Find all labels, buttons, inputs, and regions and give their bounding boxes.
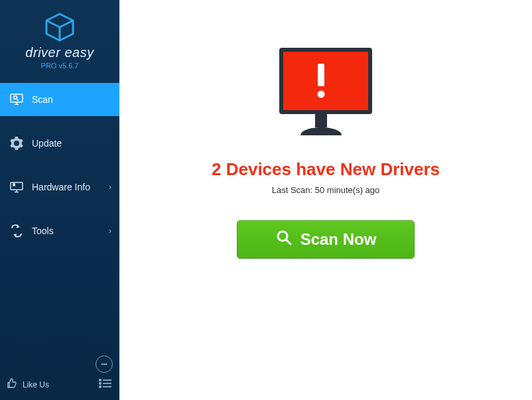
svg-line-31 — [287, 240, 291, 244]
sidebar-footer: Like Us — [0, 349, 119, 400]
svg-point-10 — [15, 141, 19, 145]
tools-icon — [9, 224, 24, 237]
app-logo-icon — [0, 12, 119, 45]
scan-now-label: Scan Now — [300, 230, 377, 249]
chevron-right-icon: › — [109, 182, 111, 192]
sidebar-item-label: Update — [32, 138, 62, 149]
sidebar-item-scan[interactable]: Scan — [0, 83, 119, 116]
svg-point-21 — [100, 383, 101, 385]
svg-point-30 — [278, 232, 287, 241]
svg-rect-29 — [315, 114, 327, 127]
svg-point-28 — [318, 91, 325, 98]
menu-list-button[interactable] — [98, 378, 113, 391]
last-scan-label: Last Scan: 50 minute(s) ago — [272, 185, 380, 195]
hardware-info-icon: 1 — [9, 181, 24, 193]
update-gear-icon — [9, 137, 24, 150]
sidebar-item-hardware-info[interactable]: 1 Hardware Info › — [0, 170, 119, 204]
svg-point-17 — [103, 364, 104, 364]
scan-now-button[interactable]: Scan Now — [237, 220, 415, 259]
sidebar-item-label: Hardware Info — [32, 182, 90, 192]
svg-point-18 — [105, 364, 106, 364]
like-us-button[interactable]: Like Us — [7, 378, 49, 391]
svg-point-19 — [100, 379, 101, 381]
svg-rect-11 — [11, 182, 23, 190]
sidebar-nav: Scan Update 1 Ha — [0, 83, 119, 247]
scan-monitor-icon — [9, 94, 24, 105]
chevron-right-icon: › — [109, 226, 111, 235]
svg-point-8 — [14, 96, 17, 100]
thumbs-up-icon — [7, 378, 17, 391]
sidebar-item-tools[interactable]: Tools › — [0, 214, 119, 247]
app-branding: driver easy PRO v5.6.7 — [0, 0, 119, 75]
sidebar: driver easy PRO v5.6.7 Scan — [0, 0, 119, 400]
svg-rect-26 — [283, 52, 368, 110]
svg-rect-27 — [318, 64, 324, 86]
main-panel: 2 Devices have New Drivers Last Scan: 50… — [119, 0, 532, 400]
scan-result-headline: 2 Devices have New Drivers — [212, 159, 440, 180]
svg-point-23 — [100, 386, 101, 388]
sidebar-item-update[interactable]: Update — [0, 127, 119, 160]
app-name: driver easy — [0, 45, 119, 60]
magnifier-icon — [275, 229, 293, 250]
sidebar-item-label: Tools — [32, 226, 54, 236]
svg-line-9 — [17, 99, 19, 101]
alert-monitor-illustration — [266, 41, 385, 150]
feedback-chat-button[interactable] — [96, 356, 113, 373]
svg-point-16 — [101, 364, 102, 364]
app-version: PRO v5.6.7 — [0, 62, 119, 70]
like-us-label: Like Us — [23, 380, 49, 389]
sidebar-item-label: Scan — [32, 94, 53, 105]
